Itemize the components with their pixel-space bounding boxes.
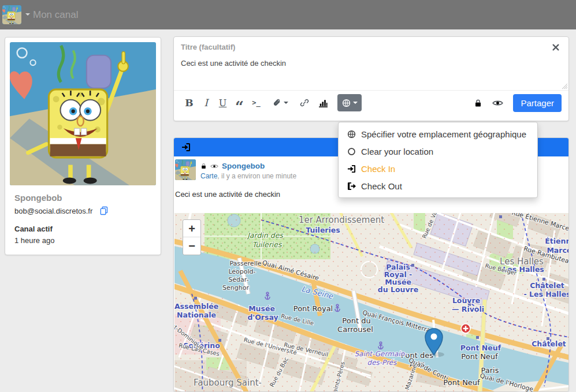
map-label: Louvre <box>452 296 480 305</box>
menu-item-clear-location[interactable]: Clear your location <box>339 143 537 160</box>
map-zoom-control: + − <box>183 219 201 255</box>
sign-out-icon <box>347 182 356 191</box>
map-label: Pont du <box>342 316 370 325</box>
map-link[interactable]: Carte <box>200 172 217 180</box>
editor-toolbar: B I U “ >_ Partager <box>174 90 568 115</box>
map-label: — Rivoli <box>452 305 484 313</box>
map-label: Saint-Germain- <box>354 350 407 358</box>
poll-button[interactable] <box>315 94 332 111</box>
copy-icon[interactable] <box>99 206 109 215</box>
map-canvas: 1er ArrondissementJardin desTuileriesTui… <box>174 213 568 392</box>
map-label: Faubourg Saint- <box>194 378 262 388</box>
channel-status-label: Canal actif <box>14 225 151 233</box>
map-label: Passerelle <box>229 260 261 267</box>
map-label: 1er Arrondissement <box>299 215 384 225</box>
map-label: Léopold- <box>228 268 255 275</box>
insert-link-button[interactable] <box>296 94 313 111</box>
map-label: Pont Neuf <box>461 352 498 361</box>
globe-icon <box>342 99 351 107</box>
map-label: Assemblée <box>174 302 218 311</box>
map-label: Châtelet <box>530 281 564 290</box>
circle-icon <box>347 147 356 156</box>
map-label: Pont Neuf <box>443 378 480 387</box>
app-window: Mon canal Spongebob bob@social.discretos… <box>0 0 576 392</box>
resize-grip-icon[interactable] <box>559 80 568 89</box>
map-label: Senghor <box>222 284 249 292</box>
link-icon <box>300 98 309 107</box>
map-label: Musée <box>248 304 275 313</box>
navbar: Mon canal <box>0 0 576 29</box>
sign-in-icon <box>181 143 191 152</box>
zoom-out-button[interactable]: − <box>183 237 200 255</box>
map[interactable]: + − <box>174 213 568 392</box>
profile-card: Spongebob bob@social.discretos.fr Canal … <box>5 37 161 255</box>
zoom-in-button[interactable]: + <box>183 220 200 237</box>
bar-chart-icon <box>318 98 328 108</box>
post-body-text: Ceci est une activité de checkin <box>175 190 280 199</box>
hospital-icon <box>461 324 470 333</box>
post-body-input[interactable]: Ceci est une activité de checkin <box>174 55 568 90</box>
map-label: Carrousel <box>337 325 373 334</box>
channel-status-time: 1 heure ago <box>14 236 151 245</box>
spongebob-avatar-image <box>175 159 196 180</box>
map-label: Nationale <box>177 311 216 319</box>
channel-avatar[interactable] <box>2 5 21 24</box>
menu-item-check-in[interactable]: Check In <box>339 160 537 177</box>
map-label: du Louvre <box>378 285 418 294</box>
profile-name: Spongebob <box>14 193 151 203</box>
map-label: Jardin des <box>246 231 284 240</box>
map-label: Pont Royal <box>293 304 333 313</box>
post-author-link[interactable]: Spongebob <box>222 162 265 170</box>
attach-button[interactable] <box>269 94 291 111</box>
spongebob-profile-image <box>10 42 156 185</box>
map-label: des-Prés <box>367 359 397 367</box>
share-button[interactable]: Partager <box>513 94 562 112</box>
title-input[interactable] <box>174 37 497 55</box>
lock-icon[interactable] <box>474 99 482 107</box>
post-editor: Ceci est une activité de checkin B I U “… <box>173 36 569 121</box>
menu-item-check-out[interactable]: Check Out <box>339 177 537 195</box>
map-label: Tuileries <box>306 226 340 234</box>
sign-in-icon <box>347 165 356 173</box>
map-label: Étienne <box>545 237 568 245</box>
quote-button[interactable]: “ <box>231 94 248 111</box>
map-label: - Les Halles <box>523 290 568 298</box>
profile-handle: bob@social.discretos.fr <box>14 207 92 215</box>
menu-item-set-location[interactable]: Spécifier votre emplacement géographique <box>339 125 537 143</box>
chevron-down-icon <box>353 102 358 106</box>
paperclip-icon <box>272 98 281 107</box>
location-dropdown-menu: Spécifier votre emplacement géographique… <box>338 122 538 198</box>
post-timestamp: , il y a environ une minute <box>217 172 296 180</box>
bold-button[interactable]: B <box>181 94 198 111</box>
lock-icon <box>200 163 207 169</box>
map-label: Sédar- <box>228 276 248 283</box>
chevron-down-icon <box>284 102 288 106</box>
close-icon[interactable] <box>552 43 560 51</box>
map-label: Tuileries <box>252 240 283 249</box>
map-label: d'Orsay <box>247 313 278 322</box>
eye-icon <box>210 162 218 170</box>
code-button[interactable]: >_ <box>248 94 265 111</box>
chevron-down-icon[interactable] <box>25 13 30 18</box>
location-menu-button[interactable] <box>337 94 362 111</box>
channel-title: Mon canal <box>33 0 78 29</box>
spongebob-avatar-image <box>2 5 21 24</box>
underline-button[interactable]: U <box>214 94 231 111</box>
map-label: Marcel <box>547 246 568 255</box>
map-label: Pont Neuf <box>460 344 501 352</box>
post-author-avatar[interactable] <box>175 159 196 180</box>
profile-photo[interactable] <box>10 42 156 185</box>
italic-button[interactable]: I <box>198 94 214 111</box>
globe-icon <box>347 130 356 139</box>
preview-eye-icon[interactable] <box>492 98 503 109</box>
map-label: Châtelet <box>532 339 566 348</box>
